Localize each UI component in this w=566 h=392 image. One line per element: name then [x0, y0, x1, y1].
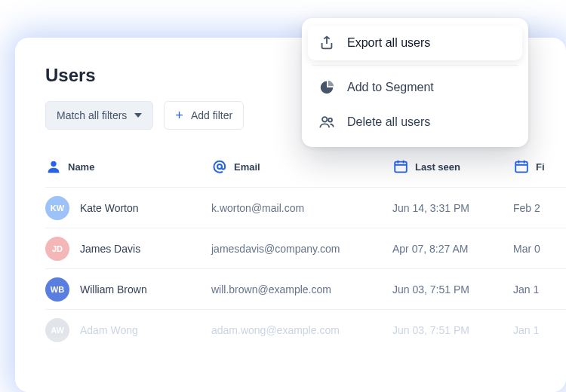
table-row[interactable]: JDJames Davisjamesdavis@company.comApr 0… — [45, 228, 566, 268]
users-table: Name Email Last seen Fi KWKate — [45, 155, 566, 350]
menu-delete-users[interactable]: Delete all users — [302, 105, 528, 139]
table-row[interactable]: AWAdam Wongadam.wong@example.comJun 03, … — [45, 309, 566, 350]
svg-rect-3 — [515, 162, 528, 173]
cell-first-seen: Jan 1 — [513, 283, 566, 296]
cell-first-seen: Feb 2 — [513, 202, 566, 214]
cell-first-seen: Mar 0 — [513, 243, 566, 255]
cell-last-seen: Apr 07, 8:27 AM — [392, 243, 513, 255]
bulk-actions-menu: Export all users Add to Segment Delete a… — [302, 18, 528, 147]
svg-point-4 — [322, 117, 327, 121]
export-icon — [318, 35, 335, 51]
avatar: KW — [45, 196, 69, 220]
cell-name: Adam Wong — [80, 324, 138, 336]
calendar-icon — [513, 158, 530, 175]
users-icon — [318, 114, 335, 130]
column-email[interactable]: Email — [211, 158, 392, 175]
svg-rect-2 — [395, 162, 407, 173]
cell-last-seen: Jun 03, 7:51 PM — [392, 324, 513, 336]
cell-first-seen: Jan 1 — [513, 324, 566, 336]
cell-name: Kate Worton — [80, 202, 139, 214]
cell-email: k.worton@mail.com — [211, 202, 392, 214]
person-icon — [45, 158, 62, 175]
table-row[interactable]: WBWilliam Brownwill.brown@example.comJun… — [45, 268, 566, 309]
match-filters-dropdown[interactable]: Match all filters — [45, 101, 153, 130]
plus-icon: + — [175, 109, 183, 122]
cell-email: will.brown@example.com — [211, 283, 392, 296]
cell-email: jamesdavis@company.com — [211, 243, 392, 255]
table-header: Name Email Last seen Fi — [45, 155, 566, 178]
cell-last-seen: Jun 14, 3:31 PM — [392, 202, 513, 214]
svg-point-5 — [328, 118, 332, 122]
menu-add-segment[interactable]: Add to Segment — [302, 70, 528, 105]
calendar-icon — [392, 158, 409, 175]
match-filters-label: Match all filters — [57, 109, 127, 121]
table-row[interactable]: KWKate Wortonk.worton@mail.comJun 14, 3:… — [45, 187, 566, 228]
segment-icon — [318, 79, 335, 96]
column-name[interactable]: Name — [45, 158, 211, 175]
at-icon — [211, 158, 228, 175]
cell-email: adam.wong@example.com — [211, 324, 392, 336]
column-last-seen[interactable]: Last seen — [392, 158, 513, 175]
chevron-down-icon — [134, 113, 142, 118]
avatar: AW — [45, 318, 69, 342]
svg-point-0 — [51, 161, 56, 167]
add-filter-button[interactable]: + Add filter — [164, 101, 244, 130]
avatar: JD — [45, 237, 69, 261]
menu-separator — [312, 65, 518, 66]
avatar: WB — [45, 277, 69, 302]
column-first-seen[interactable]: Fi — [513, 158, 566, 175]
cell-name: James Davis — [80, 243, 140, 255]
menu-export-users[interactable]: Export all users — [302, 26, 528, 60]
cell-last-seen: Jun 03, 7:51 PM — [392, 283, 513, 296]
add-filter-label: Add filter — [191, 109, 232, 121]
cell-name: William Brown — [80, 283, 147, 296]
